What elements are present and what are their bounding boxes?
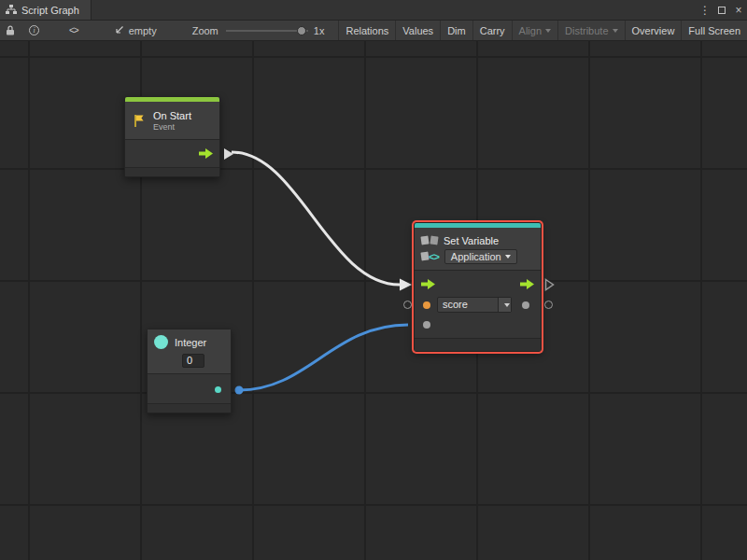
- wires-layer: [0, 41, 747, 560]
- scope-label: Application: [451, 251, 501, 262]
- toolbar-buttons: Relations Values Dim Carry Align Distrib…: [338, 21, 747, 40]
- relations-button[interactable]: Relations: [339, 21, 395, 40]
- caret-down-icon: [545, 29, 551, 33]
- node-title: Integer: [175, 337, 206, 348]
- code-variable-icon: <>: [421, 251, 439, 262]
- on-start-titles: On Start Event: [153, 110, 191, 132]
- info-icon[interactable]: i: [29, 25, 39, 35]
- flow-output-icon[interactable]: [520, 279, 534, 291]
- window-title: Script Graph: [21, 5, 79, 16]
- node-on-start[interactable]: On Start Event: [124, 96, 220, 177]
- zoom-slider[interactable]: [226, 25, 308, 36]
- flow-row: [415, 274, 541, 295]
- output-value-dot[interactable]: [522, 301, 529, 309]
- node-title: Set Variable: [444, 235, 499, 246]
- set-variable-flow-output-port[interactable]: [544, 278, 555, 293]
- graph-pointer[interactable]: empty: [114, 25, 157, 36]
- node-subtitle: Event: [153, 122, 191, 132]
- graph-pointer-label: empty: [129, 25, 157, 36]
- variable-select-button[interactable]: [498, 298, 511, 312]
- align-label: Align: [519, 25, 542, 36]
- caret-down-icon: [613, 29, 618, 33]
- distribute-label: Distribute: [565, 25, 608, 36]
- graph-canvas[interactable]: On Start Event Set Variable <>: [0, 41, 747, 560]
- flag-icon: [133, 114, 147, 128]
- integer-header: Integer 0: [148, 329, 231, 373]
- set-variable-footer: [415, 338, 541, 351]
- window-menu-button[interactable]: ⋮: [697, 0, 713, 20]
- integer-output-dot[interactable]: [215, 386, 221, 393]
- graph-icon: [6, 5, 17, 15]
- output-value-port[interactable]: [544, 301, 553, 309]
- integer-type-icon: [154, 335, 168, 349]
- integer-body: [148, 373, 231, 403]
- wire-flow: [232, 152, 400, 285]
- new-value-row: [415, 315, 541, 334]
- lock-icon[interactable]: [6, 25, 15, 35]
- titlebar-spacer: [92, 0, 697, 20]
- new-value-input-dot[interactable]: [423, 321, 430, 329]
- zoom-slider-knob[interactable]: [297, 26, 306, 35]
- flow-output-icon[interactable]: [199, 148, 213, 161]
- variable-row: score: [415, 295, 541, 315]
- caret-down-icon: [505, 255, 511, 259]
- integer-footer: [148, 403, 231, 413]
- distribute-button[interactable]: Distribute: [558, 21, 624, 40]
- nest-arrow-icon: [114, 25, 124, 35]
- zoom-slider-track: [226, 30, 308, 32]
- set-variable-body: score: [415, 270, 541, 338]
- maximize-icon: [718, 7, 726, 14]
- integer-value-field[interactable]: 0: [182, 354, 204, 368]
- window-close-button[interactable]: ×: [730, 0, 747, 20]
- caret-down-icon: [504, 303, 510, 307]
- overview-button[interactable]: Overview: [626, 21, 682, 40]
- node-set-variable[interactable]: Set Variable <> Application: [414, 222, 542, 352]
- on-start-body: [125, 139, 219, 167]
- set-variable-title-row: Set Variable: [415, 230, 541, 248]
- node-title: On Start: [153, 110, 191, 121]
- node-integer[interactable]: Integer 0: [147, 329, 232, 413]
- zoom-label: Zoom: [192, 25, 218, 36]
- wire-value: [239, 325, 408, 390]
- align-button[interactable]: Align: [513, 21, 557, 40]
- variables-icon: [421, 235, 438, 246]
- variable-name-dot[interactable]: [423, 301, 430, 309]
- scope-dropdown[interactable]: Application: [444, 249, 517, 264]
- dim-button[interactable]: Dim: [441, 21, 472, 40]
- titlebar: Script Graph ⋮ ×: [0, 0, 747, 21]
- values-button[interactable]: Values: [396, 21, 440, 40]
- full-screen-button[interactable]: Full Screen: [682, 21, 747, 40]
- variable-name-value: score: [438, 298, 498, 312]
- integer-title-row: Integer: [154, 335, 224, 349]
- wire-flow-arrowhead: [400, 279, 412, 291]
- flow-input-icon[interactable]: [421, 279, 435, 291]
- zoom-value: 1x: [314, 25, 325, 36]
- window-maximize-button[interactable]: [713, 0, 730, 20]
- on-start-footer: [125, 167, 219, 176]
- graph-toolbar: i <> empty Zoom 1x Relations Values Dim …: [0, 21, 747, 41]
- carry-button[interactable]: Carry: [473, 21, 512, 40]
- wire-value-start-dot: [235, 386, 244, 395]
- set-variable-header: Set Variable <> Application: [415, 228, 541, 270]
- code-icon[interactable]: <>: [69, 25, 78, 35]
- on-start-header: On Start Event: [125, 102, 219, 139]
- set-variable-scope-row: <> Application: [415, 248, 541, 267]
- tab-script-graph[interactable]: Script Graph: [0, 0, 92, 20]
- variable-name-select[interactable]: score: [437, 297, 512, 313]
- variable-name-input-port[interactable]: [403, 301, 412, 309]
- on-start-output-port[interactable]: [224, 148, 233, 160]
